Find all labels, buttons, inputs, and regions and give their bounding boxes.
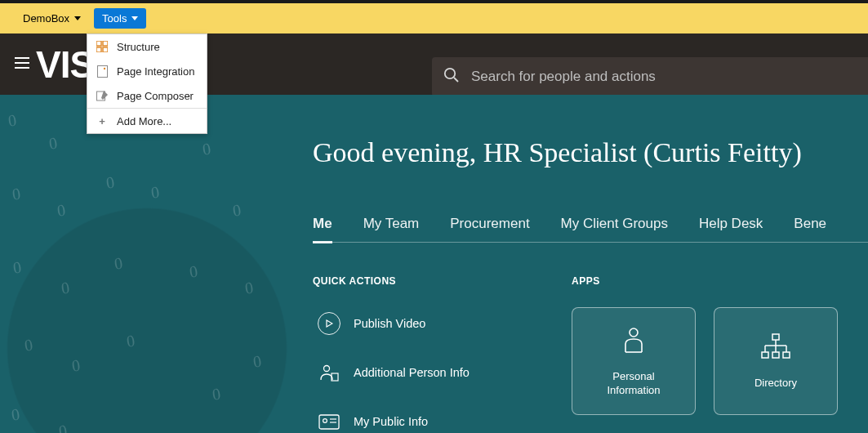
org-chart-icon	[759, 333, 792, 365]
composer-icon	[96, 89, 109, 102]
dropdown-item-page-composer[interactable]: Page Composer	[87, 83, 207, 108]
dropdown-item-add-more[interactable]: + Add More...	[87, 109, 207, 133]
caret-down-icon	[131, 16, 138, 20]
hamburger-icon[interactable]	[15, 56, 29, 73]
svg-marker-12	[327, 320, 332, 327]
svg-point-13	[324, 366, 330, 372]
svg-rect-4	[97, 65, 107, 77]
greeting-text: Good evening, HR Specialist (Curtis Feit…	[313, 137, 802, 168]
qa-label: Publish Video	[354, 317, 425, 330]
page-icon	[96, 65, 109, 78]
tools-label: Tools	[102, 12, 127, 25]
svg-point-5	[103, 67, 105, 69]
qa-my-public-info[interactable]: My Public Info	[318, 410, 470, 433]
tab-bene[interactable]: Bene	[794, 216, 826, 234]
dropdown-label: Page Integration	[117, 65, 194, 78]
demobox-label: DemoBox	[23, 12, 69, 25]
apps-heading: APPS	[572, 275, 600, 287]
dropdown-label: Add More...	[117, 115, 171, 127]
caret-down-icon	[74, 16, 81, 20]
svg-rect-23	[772, 352, 779, 358]
svg-rect-2	[96, 47, 101, 52]
tab-my-client-groups[interactable]: My Client Groups	[561, 216, 668, 234]
tab-procurement[interactable]: Procurement	[450, 216, 529, 234]
app-label: Personal Information	[607, 370, 660, 398]
svg-rect-21	[772, 334, 779, 340]
qa-label: My Public Info	[354, 415, 428, 428]
dropdown-label: Structure	[117, 41, 160, 53]
qa-additional-person-info[interactable]: Additional Person Info	[318, 361, 470, 384]
dropdown-label: Page Composer	[117, 90, 194, 102]
admin-toolbar: DemoBox Tools	[0, 3, 868, 33]
svg-rect-22	[762, 352, 768, 358]
tools-menu[interactable]: Tools	[94, 8, 146, 29]
quick-actions-heading: QUICK ACTIONS	[313, 275, 396, 287]
svg-line-11	[454, 78, 458, 82]
svg-point-16	[323, 419, 327, 423]
id-card-icon	[318, 410, 341, 433]
main-content: 0 0 0 0 0 0 0 0 0 0 0 0 0 0 0 0 0 0 0 0 …	[0, 95, 868, 433]
demobox-menu[interactable]: DemoBox	[15, 8, 89, 29]
search-bar[interactable]	[432, 57, 868, 96]
person-info-icon	[318, 361, 341, 384]
plus-icon: +	[96, 114, 109, 127]
svg-rect-0	[96, 41, 101, 46]
quick-actions-list: Publish Video Additional Person Info My …	[318, 312, 470, 433]
logo[interactable]: VIS	[36, 42, 94, 87]
tools-dropdown: Structure Page Integration Page Composer…	[87, 33, 207, 134]
svg-rect-24	[783, 352, 790, 358]
qa-label: Additional Person Info	[354, 366, 470, 379]
person-icon	[618, 324, 649, 359]
dropdown-item-page-integration[interactable]: Page Integration	[87, 59, 207, 83]
app-label: Directory	[754, 377, 797, 391]
app-directory[interactable]: Directory	[714, 307, 838, 415]
play-icon	[318, 312, 341, 335]
qa-publish-video[interactable]: Publish Video	[318, 312, 470, 335]
dropdown-item-structure[interactable]: Structure	[87, 34, 207, 59]
search-input[interactable]	[471, 69, 868, 85]
search-icon	[443, 67, 460, 87]
app-personal-information[interactable]: Personal Information	[572, 307, 696, 415]
svg-rect-3	[103, 47, 108, 52]
tab-help-desk[interactable]: Help Desk	[699, 216, 763, 234]
tab-my-team[interactable]: My Team	[363, 216, 420, 234]
svg-point-19	[630, 328, 638, 337]
grid-icon	[96, 40, 109, 53]
svg-point-10	[445, 69, 455, 78]
svg-rect-1	[103, 41, 108, 46]
nav-tabs: Me My Team Procurement My Client Groups …	[313, 216, 868, 243]
tab-me[interactable]: Me	[313, 216, 332, 243]
apps-grid: Personal Information Directory	[572, 307, 838, 415]
